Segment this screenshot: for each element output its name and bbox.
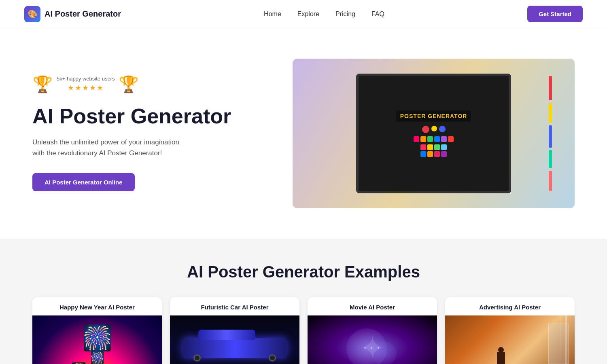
- hero-cta-button[interactable]: AI Poster Generator Online: [32, 173, 135, 191]
- brand-name: AI Poster Generator: [45, 9, 121, 19]
- card-title-movie: Movie AI Poster: [308, 297, 437, 315]
- navbar: 🎨 AI Poster Generator Home Explore Prici…: [0, 0, 607, 28]
- hero-badge: 🏆 5k+ happy website users ★★★★★ 🏆: [32, 76, 276, 92]
- light-ray-2: [560, 315, 560, 364]
- deco-right: [549, 76, 552, 191]
- light-ray: [566, 315, 567, 364]
- get-started-button[interactable]: Get Started: [527, 6, 583, 22]
- card-image-advertising: [445, 315, 575, 364]
- card-title-advertising: Advertising AI Poster: [445, 297, 575, 315]
- examples-section: AI Poster Generator Examples Happy New Y…: [0, 239, 607, 364]
- movie-text: ✦ ✦ ✦: [363, 346, 382, 350]
- brand-link[interactable]: 🎨 AI Poster Generator: [24, 6, 121, 22]
- hero-image: POSTER GENERATOR: [293, 59, 575, 208]
- nav-pricing[interactable]: Pricing: [335, 11, 355, 17]
- example-card-movie: Movie AI Poster ✦ ✦ ✦: [308, 297, 437, 364]
- hero-section: 🏆 5k+ happy website users ★★★★★ 🏆 AI Pos…: [0, 28, 607, 239]
- circle-blue: [439, 126, 446, 132]
- swatch-grid: [420, 144, 447, 157]
- hero-image-area: POSTER GENERATOR: [293, 59, 575, 208]
- hero-title: AI Poster Generator: [32, 104, 276, 129]
- badge-content: 5k+ happy website users ★★★★★: [53, 76, 119, 92]
- nebula-bg: [308, 315, 437, 364]
- car-shape: [183, 338, 287, 358]
- card-image-movie: ✦ ✦ ✦: [308, 315, 437, 364]
- examples-grid: Happy New Year AI Poster 🎆 🎇 Futuristic …: [32, 297, 575, 364]
- example-card-new-year: Happy New Year AI Poster 🎆 🎇: [32, 297, 162, 364]
- star-rating: ★★★★★: [57, 83, 115, 92]
- brand-logo-icon: 🎨: [24, 6, 40, 22]
- nav-links: Home Explore Pricing FAQ: [264, 11, 384, 18]
- laurel-left-icon: 🏆: [32, 76, 53, 92]
- color-swatches: [414, 136, 454, 142]
- hero-left-content: 🏆 5k+ happy website users ★★★★★ 🏆 AI Pos…: [32, 76, 276, 191]
- examples-title: AI Poster Generator Examples: [32, 263, 575, 281]
- poster-mock: POSTER GENERATOR: [293, 59, 575, 208]
- poster-circles: [422, 126, 446, 133]
- car-wheel-left: [193, 354, 201, 362]
- example-card-car: Futuristic Car AI Poster: [170, 297, 299, 364]
- person-silhouette: [497, 352, 505, 364]
- badge-text: 5k+ happy website users: [57, 76, 115, 82]
- fireworks-display: 🎆 🎇: [90, 351, 104, 364]
- poster-board: POSTER GENERATOR: [356, 74, 511, 193]
- nav-explore[interactable]: Explore: [297, 11, 319, 17]
- card-image-car: [170, 315, 299, 364]
- card-image-new-year: 🎆 🎇: [32, 315, 162, 364]
- nav-home[interactable]: Home: [264, 11, 281, 17]
- circle-red: [422, 126, 429, 133]
- laurel-right-icon: 🏆: [119, 76, 139, 92]
- circle-gold: [431, 126, 437, 131]
- card-title-new-year: Happy New Year AI Poster: [32, 297, 162, 315]
- hero-description: Unleash the unlimited power of your imag…: [32, 137, 276, 159]
- example-card-advertising: Advertising AI Poster: [445, 297, 575, 364]
- nav-faq[interactable]: FAQ: [371, 11, 384, 17]
- card-title-car: Futuristic Car AI Poster: [170, 297, 299, 315]
- car-wheel-right: [269, 354, 276, 362]
- poster-board-title: POSTER GENERATOR: [396, 110, 471, 122]
